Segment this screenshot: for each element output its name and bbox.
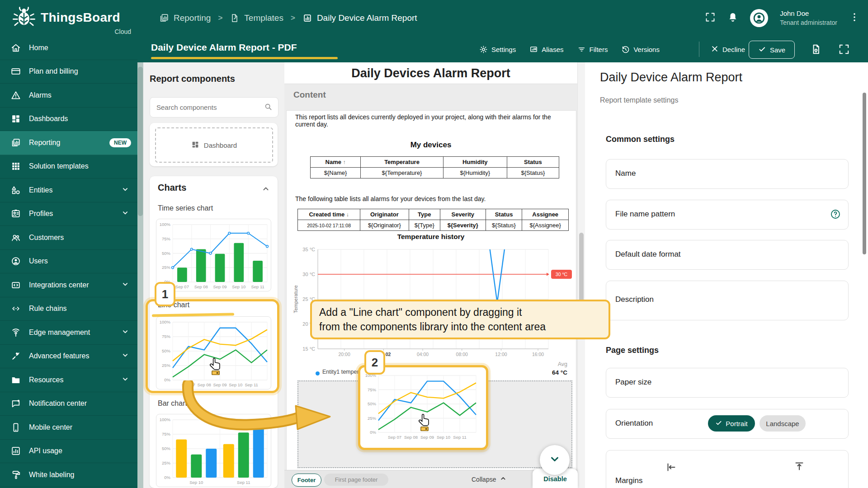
help-question-icon[interactable]: [830, 209, 841, 221]
breadcrumb-templates[interactable]: Templates: [230, 13, 283, 23]
sidebar-scrollbar-thumb[interactable]: [138, 67, 143, 216]
save-button[interactable]: Save: [749, 41, 795, 59]
report-icon: [302, 13, 312, 23]
svg-text:100%: 100%: [160, 417, 171, 422]
line-chart-thumbnail[interactable]: 0%25%50%75%100%Sep 07Sep 08Sep 09Sep 10S…: [156, 316, 271, 389]
aliases-icon: [529, 45, 538, 54]
breadcrumb-reporting[interactable]: Reporting: [159, 13, 211, 23]
sidebar-item-users[interactable]: Users: [0, 250, 137, 274]
sidebar-item-customers[interactable]: Customers: [0, 226, 137, 250]
x-icon: [711, 45, 719, 54]
more-menu-icon[interactable]: [849, 12, 860, 24]
chev-down-icon: [121, 328, 129, 336]
svg-text:100%: 100%: [160, 222, 171, 227]
sidebar-item-resources[interactable]: Resources: [0, 368, 137, 392]
sidebar-item-plan-and-billing[interactable]: Plan and billing: [0, 60, 137, 84]
devices-table-title: My devices: [284, 141, 577, 150]
scroll-down-button[interactable]: [540, 445, 570, 475]
editor-scrollbar[interactable]: [577, 62, 585, 488]
orientation-label: Orientation: [615, 419, 653, 428]
expand-fullscreen-icon[interactable]: [838, 43, 850, 57]
search-input[interactable]: [150, 103, 264, 111]
svg-text:50%: 50%: [162, 348, 171, 353]
sidebar-item-dashboards[interactable]: Dashboards: [0, 108, 137, 131]
sidebar-item-advanced-features[interactable]: Advanced features: [0, 345, 137, 369]
sidebar-item-entities[interactable]: Entities: [0, 178, 137, 202]
margins-label: Margins: [615, 476, 642, 485]
top-app-bar: ThingsBoard Cloud Reporting>Templates>Da…: [0, 0, 868, 36]
landscape-toggle[interactable]: Landscape: [760, 415, 806, 432]
svg-text:25%: 25%: [162, 265, 171, 270]
breadcrumb-daily-device-alarm-report[interactable]: Daily Device Alarm Report: [302, 13, 417, 23]
fullscreen-icon[interactable]: [705, 12, 716, 24]
sidebar-scrollbar[interactable]: [137, 62, 143, 488]
svg-text:Sep 10: Sep 10: [189, 480, 203, 485]
chev-up-icon: [261, 184, 270, 193]
notifications-bell-icon[interactable]: [727, 12, 738, 24]
dropped-line-chart-card[interactable]: 0%25%50%75%100%Sep 07Sep 08Sep 09Sep 10S…: [358, 365, 488, 450]
svg-text:12:00: 12:00: [495, 352, 507, 357]
time-series-chart-thumbnail[interactable]: 0%25%50%75%100%Sep 07Sep 08Sep 09Sep 10S…: [156, 219, 271, 291]
svg-text:0%: 0%: [164, 475, 170, 480]
editor-scrollbar-thumb[interactable]: [579, 233, 584, 310]
chev-down-icon: [121, 185, 129, 193]
chev-down-icon: [121, 351, 129, 359]
components-panel-title: Report components: [150, 74, 235, 84]
sidebar-item-api-usage[interactable]: API usage: [0, 440, 137, 464]
legend-dot-icon: [316, 371, 320, 375]
sidebar-item-edge-management[interactable]: Edge management: [0, 321, 137, 345]
settings-scrollbar-thumb[interactable]: [863, 93, 866, 254]
sidebar-item-reporting[interactable]: ReportingNEW: [0, 131, 137, 155]
sidebar-item-solution-templates[interactable]: Solution templates: [0, 155, 137, 179]
sidebar-item-label: White labeling: [29, 471, 75, 479]
dashboard-icon: [191, 141, 199, 150]
thingsboard-bug-icon: [12, 5, 36, 30]
name-field-row: Name: [606, 159, 849, 189]
sidebar-item-notification-center[interactable]: Notification center: [0, 392, 137, 416]
portrait-toggle[interactable]: Portrait: [708, 415, 755, 432]
tooltip-line1: Add a "Line chart" component by dragging…: [319, 305, 601, 319]
sidebar-item-profiles[interactable]: Profiles: [0, 202, 137, 226]
content-section-label: Content: [293, 90, 326, 100]
entities-icon: [11, 185, 21, 195]
check-icon: [758, 45, 766, 53]
svg-text:Sep 11: Sep 11: [453, 435, 466, 440]
sidebar-item-rule-chains[interactable]: Rule chains: [0, 297, 137, 321]
x-icon: [711, 45, 719, 53]
collapse-control[interactable]: Collapse: [472, 475, 507, 483]
chevron-down-icon: [121, 351, 129, 361]
decline-button[interactable]: Decline: [711, 41, 745, 57]
paper-size-label: Paper size: [615, 378, 651, 387]
svg-text:75%: 75%: [162, 432, 171, 436]
sidebar-item-mobile-center[interactable]: Mobile center: [0, 416, 137, 440]
collapse-label: Collapse: [472, 476, 496, 483]
first-page-footer-tab[interactable]: First page footer: [324, 474, 388, 486]
sidebar-item-home[interactable]: Home: [0, 36, 137, 60]
dashboard-component[interactable]: Dashboard: [155, 127, 273, 163]
breadcrumb-label: Daily Device Alarm Report: [317, 13, 417, 23]
components-search[interactable]: [150, 97, 278, 117]
question-icon: [830, 209, 841, 220]
avatar[interactable]: [750, 9, 768, 27]
folder-icon: [11, 375, 21, 385]
bar-chart-thumbnail[interactable]: 0%25%50%75%100%Sep 10Sep 11: [156, 414, 271, 487]
settings-button[interactable]: Settings: [479, 45, 516, 54]
preview-doc-icon: [810, 43, 822, 55]
description-row: Description: [606, 281, 849, 320]
thingsboard-logo[interactable]: ThingsBoard Cloud: [12, 5, 120, 32]
bar-top-icon: [794, 461, 805, 472]
sidebar-item-label: Reporting: [29, 139, 60, 147]
charts-collapse-chevron-icon[interactable]: [261, 184, 270, 195]
footer-tab[interactable]: Footer: [292, 474, 321, 487]
svg-text:20:00: 20:00: [339, 352, 350, 357]
sidebar-item-integrations-center[interactable]: Integrations center: [0, 273, 137, 297]
svg-text:50%: 50%: [162, 251, 171, 256]
svg-text:Sep 11: Sep 11: [245, 382, 258, 387]
versions-button[interactable]: Versions: [621, 45, 660, 54]
sidebar-item-white-labeling[interactable]: White labeling: [0, 463, 137, 487]
sidebar-item-alarms[interactable]: Alarms: [0, 84, 137, 108]
dashboard-icon: [11, 114, 21, 124]
generate-preview-icon[interactable]: [810, 43, 822, 57]
filters-button[interactable]: Filters: [577, 45, 608, 54]
aliases-button[interactable]: Aliases: [529, 45, 563, 54]
